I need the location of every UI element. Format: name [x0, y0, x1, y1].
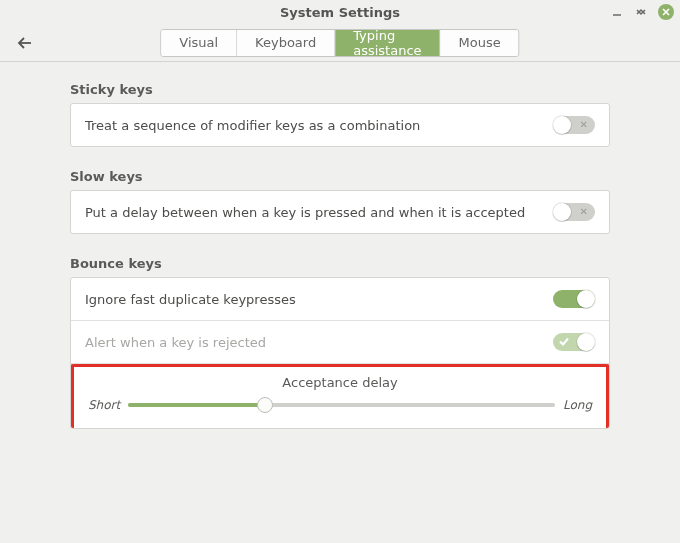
row-ignore-duplicates: Ignore fast duplicate keypresses	[71, 278, 609, 321]
row-label: Ignore fast duplicate keypresses	[85, 292, 553, 307]
slider-fill	[128, 403, 265, 407]
panel: Treat a sequence of modifier keys as a c…	[70, 103, 610, 147]
close-button[interactable]	[658, 4, 674, 20]
settings-window: System Settings Visual Keyboard Typing a…	[0, 0, 680, 543]
section-slow-keys: Slow keys Put a delay between when a key…	[70, 169, 610, 234]
row-sticky-combination: Treat a sequence of modifier keys as a c…	[71, 104, 609, 146]
x-icon: ✕	[580, 207, 588, 217]
tab-mouse[interactable]: Mouse	[441, 30, 519, 56]
back-button[interactable]	[12, 30, 38, 56]
acceptance-delay-slider[interactable]	[128, 396, 555, 414]
section-title: Bounce keys	[70, 256, 610, 271]
titlebar: System Settings	[0, 0, 680, 24]
section-bounce-keys: Bounce keys Ignore fast duplicate keypre…	[70, 256, 610, 429]
section-title: Sticky keys	[70, 82, 610, 97]
toggle-slow-delay[interactable]: ✕	[553, 203, 595, 221]
minimize-button[interactable]	[610, 5, 624, 19]
window-controls	[610, 4, 674, 20]
content-area: Sticky keys Treat a sequence of modifier…	[0, 62, 680, 543]
slider-min-label: Short	[88, 398, 120, 412]
toggle-alert-rejected[interactable]	[553, 333, 595, 351]
maximize-button[interactable]	[634, 5, 648, 19]
check-icon	[559, 292, 569, 307]
toggle-ignore-duplicates[interactable]	[553, 290, 595, 308]
slider-container: Short Long	[88, 396, 592, 414]
slider-thumb[interactable]	[257, 397, 273, 413]
tab-keyboard[interactable]: Keyboard	[237, 30, 335, 56]
toggle-knob	[577, 290, 595, 308]
toggle-knob	[577, 333, 595, 351]
row-acceptance-delay: Acceptance delay Short Long	[71, 364, 609, 428]
row-alert-rejected: Alert when a key is rejected	[71, 321, 609, 364]
toolbar: Visual Keyboard Typing assistance Mouse	[0, 24, 680, 62]
row-label: Treat a sequence of modifier keys as a c…	[85, 118, 553, 133]
toggle-sticky-combination[interactable]: ✕	[553, 116, 595, 134]
tab-bar: Visual Keyboard Typing assistance Mouse	[160, 29, 519, 57]
row-label: Alert when a key is rejected	[85, 335, 553, 350]
panel: Ignore fast duplicate keypresses Alert w…	[70, 277, 610, 429]
tab-visual[interactable]: Visual	[161, 30, 237, 56]
panel: Put a delay between when a key is presse…	[70, 190, 610, 234]
x-icon: ✕	[580, 120, 588, 130]
row-label: Put a delay between when a key is presse…	[85, 205, 553, 220]
toggle-knob	[553, 203, 571, 221]
tab-typing-assistance[interactable]: Typing assistance	[335, 30, 440, 56]
window-title: System Settings	[280, 5, 400, 20]
section-sticky-keys: Sticky keys Treat a sequence of modifier…	[70, 82, 610, 147]
slider-title: Acceptance delay	[88, 375, 592, 390]
section-title: Slow keys	[70, 169, 610, 184]
row-slow-delay: Put a delay between when a key is presse…	[71, 191, 609, 233]
toggle-knob	[553, 116, 571, 134]
slider-max-label: Long	[563, 398, 592, 412]
check-icon	[559, 335, 569, 350]
